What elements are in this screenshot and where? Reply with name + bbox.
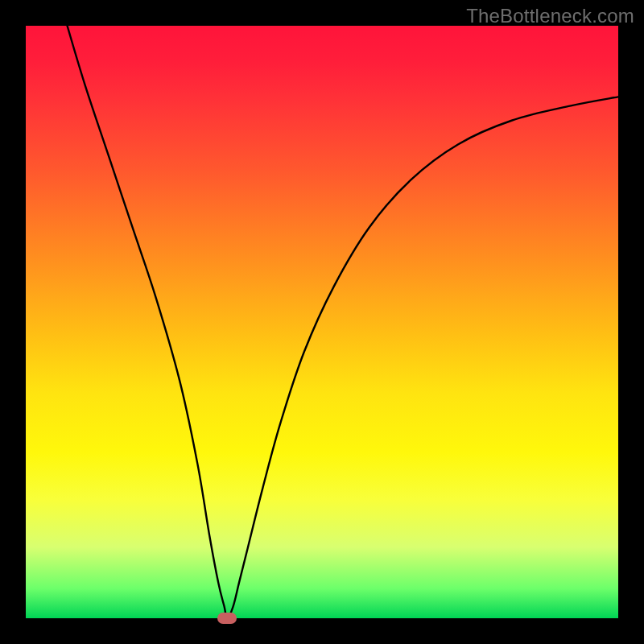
chart-frame: TheBottleneck.com — [0, 0, 644, 644]
minimum-marker — [217, 613, 237, 624]
watermark-text: TheBottleneck.com — [466, 5, 634, 27]
bottleneck-curve — [26, 26, 618, 618]
plot-area — [26, 26, 618, 618]
